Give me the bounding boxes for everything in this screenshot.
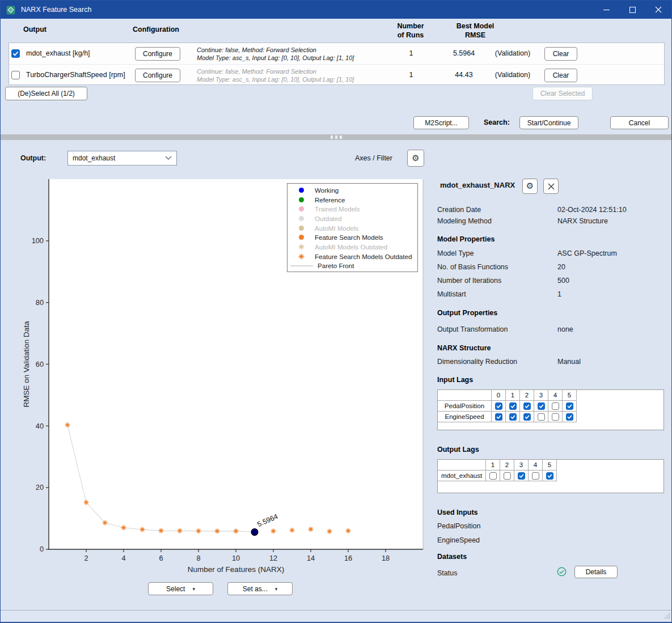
output-selector-label: Output: (20, 154, 46, 162)
property-label: Output Transformation (437, 325, 508, 333)
lag-checkbox[interactable] (532, 472, 539, 480)
model-point[interactable] (65, 422, 70, 427)
model-point[interactable] (233, 528, 238, 533)
output-row-checkbox[interactable] (11, 49, 20, 58)
lag-checkbox[interactable] (523, 402, 531, 410)
lag-row-label: mdot_exhaust (438, 471, 486, 481)
property-value: Manual (557, 358, 581, 366)
set-as-dropdown-button[interactable]: Set as... ▾ (227, 582, 293, 595)
model-point[interactable] (271, 528, 276, 533)
axes-filter-settings-button[interactable]: ⚙ (407, 150, 424, 167)
x-tick-label: 12 (269, 554, 277, 562)
model-point[interactable] (140, 527, 145, 532)
deselect-all-button[interactable]: (De)Select All (1/2) (5, 87, 87, 100)
legend-entry: Pareto Front (288, 261, 417, 271)
lag-checkbox[interactable] (538, 402, 545, 410)
property-value: none (557, 325, 573, 333)
resize-grip[interactable] (664, 611, 670, 621)
configure-button[interactable]: Configure (135, 69, 180, 82)
lag-checkbox[interactable] (523, 413, 531, 421)
legend-label: Trained Models (315, 205, 360, 213)
output-row-checkbox[interactable] (11, 71, 20, 79)
lag-checkbox[interactable] (538, 413, 545, 421)
clear-button[interactable]: Clear (544, 69, 577, 82)
property-label: Creation Date (437, 206, 481, 214)
lag-checkbox[interactable] (546, 472, 553, 480)
lag-cell (520, 412, 534, 422)
lag-cell (500, 471, 514, 481)
legend-entry: AutoMI Models Outdated (288, 242, 417, 252)
lag-checkbox[interactable] (566, 413, 573, 421)
search-label: Search: (484, 118, 510, 126)
model-point[interactable] (289, 528, 294, 533)
y-tick-label: 20 (36, 483, 44, 491)
model-point[interactable] (177, 528, 182, 533)
splitter-handle[interactable] (1, 134, 671, 140)
lag-row-label: PedalPosition (438, 401, 492, 412)
legend-label: AutoMI Models (315, 224, 358, 232)
output-lags-table: 12345mdot_exhaust (437, 459, 664, 493)
column-header-configuration: Configuration (133, 26, 179, 33)
configure-button[interactable]: Configure (135, 47, 180, 61)
lag-column-header: 3 (514, 460, 529, 471)
details-button[interactable]: Details (574, 566, 618, 578)
best-model-rmse: 5.5964 (441, 43, 487, 64)
legend-entry: Feature Search Models (288, 232, 417, 242)
x-tick-label: 16 (344, 554, 352, 562)
lag-column-header: 1 (486, 460, 500, 471)
model-point[interactable] (214, 528, 219, 533)
output-table: mdot_exhaust [kg/h]ConfigureContinue: fa… (9, 43, 665, 85)
lag-cell (506, 412, 520, 422)
column-header-output: Output (23, 26, 47, 33)
working-model-point[interactable] (251, 529, 258, 536)
model-point[interactable] (327, 529, 332, 534)
rmse-kind: (Validation) (485, 65, 540, 86)
panel-close-button[interactable] (543, 179, 559, 194)
model-point[interactable] (308, 527, 313, 532)
close-button[interactable] (645, 1, 671, 19)
model-point[interactable] (345, 528, 350, 533)
lag-checkbox[interactable] (552, 402, 559, 410)
lag-column-header: 1 (506, 390, 520, 401)
lag-column-header: 4 (529, 460, 543, 471)
y-tick-label: 100 (32, 236, 44, 245)
panel-settings-button[interactable]: ⚙ (522, 179, 538, 194)
chart-legend: WorkingReferenceTrained ModelsOutdatedAu… (287, 183, 418, 272)
m2script-button[interactable]: M2Script... (413, 116, 469, 129)
cancel-button[interactable]: Cancel (610, 116, 669, 129)
model-point[interactable] (121, 525, 126, 530)
select-dropdown-button[interactable]: Select ▾ (148, 582, 213, 595)
lag-checkbox[interactable] (552, 413, 559, 421)
x-tick-label: 4 (121, 554, 125, 562)
lag-checkbox[interactable] (518, 472, 525, 480)
number-of-runs: 1 (387, 43, 436, 64)
property-value: NARX Structure (557, 217, 608, 225)
lag-checkbox[interactable] (495, 413, 502, 421)
section-heading: Output Lags (437, 446, 479, 454)
minimize-button[interactable] (593, 1, 619, 19)
model-point[interactable] (196, 528, 201, 533)
lag-checkbox[interactable] (504, 472, 511, 480)
lag-checkbox[interactable] (509, 402, 517, 410)
set-as-dropdown-label: Set as... (243, 585, 268, 593)
model-point[interactable] (158, 528, 163, 533)
config-line-2: Model Type: asc_s, Input Lag: [0, 10], O… (197, 54, 354, 62)
section-heading: Datasets (437, 553, 467, 561)
lag-cell (543, 471, 557, 481)
lag-checkbox[interactable] (489, 472, 497, 480)
property-label: Dimensionality Reduction (437, 358, 517, 366)
output-select-dropdown[interactable]: mdot_exhaust (67, 151, 177, 166)
lag-checkbox[interactable] (495, 402, 502, 410)
lag-checkbox[interactable] (566, 402, 573, 410)
lag-column-header: 2 (520, 390, 534, 401)
legend-label: Reference (315, 196, 345, 204)
lag-corner-cell (438, 390, 492, 401)
number-of-runs: 1 (387, 65, 436, 86)
close-icon (548, 183, 555, 190)
lag-checkbox[interactable] (509, 413, 517, 421)
clear-button[interactable]: Clear (544, 47, 577, 61)
start-continue-button[interactable]: Start/Continue (519, 116, 578, 129)
maximize-button[interactable] (619, 1, 645, 19)
best-model-rmse: 44.43 (441, 65, 487, 86)
clear-selected-button[interactable]: Clear Selected (532, 87, 593, 100)
